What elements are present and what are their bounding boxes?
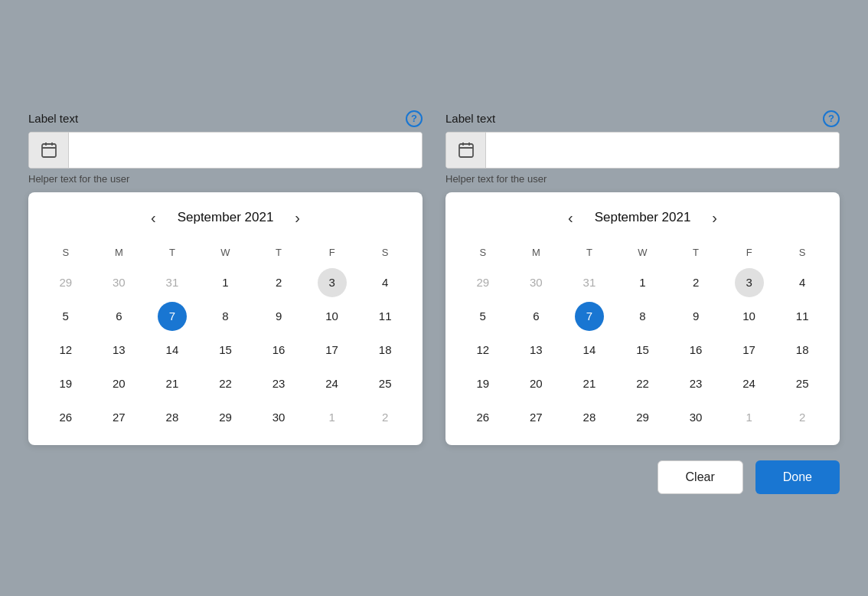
left-cell-28[interactable]: 28 [158, 403, 187, 432]
right-cell-26[interactable]: 26 [468, 403, 498, 432]
left-cell-3[interactable]: 3 [318, 268, 347, 297]
right-cell-16[interactable]: 16 [681, 336, 710, 365]
right-cell-2[interactable]: 2 [681, 268, 710, 297]
left-cell-21[interactable]: 21 [158, 369, 187, 398]
right-cell-4[interactable]: 4 [788, 268, 817, 297]
clear-button[interactable]: Clear [658, 460, 743, 494]
right-date-picker: Label text ? Helper text for the user [445, 110, 840, 445]
right-cell-27[interactable]: 27 [521, 403, 550, 432]
right-cell-9[interactable]: 9 [681, 302, 710, 331]
left-cell-26[interactable]: 26 [51, 403, 80, 432]
left-next-month-button[interactable]: › [289, 206, 306, 230]
left-cal-header: ‹ September 2021 › [39, 206, 412, 230]
right-cell-14[interactable]: 14 [575, 336, 604, 365]
left-cell-6[interactable]: 6 [104, 302, 133, 331]
left-date-input[interactable] [69, 133, 422, 168]
left-cell-7[interactable]: 7 [158, 302, 187, 331]
right-cell-1[interactable]: 1 [628, 268, 657, 297]
left-calendar-button[interactable] [29, 133, 69, 168]
right-cell-8[interactable]: 8 [628, 302, 657, 331]
right-cell-21[interactable]: 21 [575, 369, 604, 398]
right-calendar-icon [457, 141, 475, 159]
left-label: Label text [28, 112, 78, 125]
right-cell-22[interactable]: 22 [628, 369, 657, 398]
right-cell-17[interactable]: 17 [735, 336, 764, 365]
left-prev-month-button[interactable]: ‹ [145, 206, 162, 230]
right-cell-2-oct[interactable]: 2 [788, 403, 817, 432]
left-cell-14[interactable]: 14 [158, 336, 187, 365]
left-cell-2-oct[interactable]: 2 [370, 403, 400, 432]
left-calendar-panel: ‹ September 2021 › S M T W T F S 29 30 3 [28, 192, 423, 445]
right-cell-19[interactable]: 19 [468, 369, 498, 398]
right-next-month-button[interactable]: › [706, 206, 723, 230]
left-cell-29-sep[interactable]: 29 [210, 403, 240, 432]
left-day-header-t1: T [145, 242, 199, 266]
left-day-header-w: W [199, 242, 253, 266]
right-cell-24[interactable]: 24 [735, 369, 764, 398]
right-cell-30[interactable]: 30 [681, 403, 710, 432]
done-button[interactable]: Done [755, 460, 840, 494]
left-cell-1[interactable]: 1 [210, 268, 240, 297]
left-cell-16[interactable]: 16 [264, 336, 293, 365]
left-cell-4[interactable]: 4 [370, 268, 400, 297]
left-cell-8[interactable]: 8 [210, 302, 240, 331]
right-cell-31-aug[interactable]: 31 [575, 268, 604, 297]
right-cell-29-aug[interactable]: 29 [468, 268, 498, 297]
right-day-header-f: F [723, 242, 776, 266]
right-day-header-t1: T [563, 242, 616, 266]
right-cell-30-aug[interactable]: 30 [521, 268, 550, 297]
left-cell-31-aug[interactable]: 31 [158, 268, 187, 297]
left-help-icon[interactable]: ? [406, 110, 423, 127]
right-month-year: September 2021 [595, 210, 691, 225]
left-date-picker: Label text ? Helper text for the user [28, 110, 423, 445]
left-cell-12[interactable]: 12 [51, 336, 80, 365]
right-cell-11[interactable]: 11 [788, 302, 817, 331]
right-help-icon[interactable]: ? [823, 110, 840, 127]
left-cell-22[interactable]: 22 [210, 369, 240, 398]
left-cell-30[interactable]: 30 [264, 403, 293, 432]
right-day-header-s1: S [456, 242, 510, 266]
right-calendar-panel: ‹ September 2021 › S M T W T F S 29 30 3 [445, 192, 840, 445]
left-cell-9[interactable]: 9 [264, 302, 293, 331]
right-cell-1-oct[interactable]: 1 [735, 403, 764, 432]
left-cell-23[interactable]: 23 [264, 369, 293, 398]
right-date-input[interactable] [486, 133, 839, 168]
right-calendar-button[interactable] [446, 133, 486, 168]
right-cell-12[interactable]: 12 [468, 336, 498, 365]
right-cell-15[interactable]: 15 [628, 336, 657, 365]
left-day-header-s2: S [358, 242, 412, 266]
bottom-actions: Clear Done [28, 460, 840, 494]
left-cell-15[interactable]: 15 [210, 336, 240, 365]
left-cell-2[interactable]: 2 [264, 268, 293, 297]
svg-rect-0 [42, 144, 56, 157]
right-cell-5[interactable]: 5 [468, 302, 498, 331]
right-cell-23[interactable]: 23 [681, 369, 710, 398]
left-cell-1-oct[interactable]: 1 [318, 403, 347, 432]
right-cell-29-sep[interactable]: 29 [628, 403, 657, 432]
left-cell-30-aug[interactable]: 30 [104, 268, 133, 297]
left-cell-27[interactable]: 27 [104, 403, 133, 432]
right-cell-13[interactable]: 13 [521, 336, 550, 365]
left-cell-25[interactable]: 25 [370, 369, 400, 398]
right-cell-3[interactable]: 3 [735, 268, 764, 297]
left-cell-29-aug[interactable]: 29 [51, 268, 80, 297]
right-cell-6[interactable]: 6 [521, 302, 550, 331]
left-cell-19[interactable]: 19 [51, 369, 80, 398]
left-cell-18[interactable]: 18 [370, 336, 400, 365]
left-cell-10[interactable]: 10 [318, 302, 347, 331]
right-cell-10[interactable]: 10 [735, 302, 764, 331]
right-day-header-s2: S [775, 242, 829, 266]
left-cell-24[interactable]: 24 [318, 369, 347, 398]
right-cell-20[interactable]: 20 [521, 369, 550, 398]
right-prev-month-button[interactable]: ‹ [562, 206, 579, 230]
right-cell-18[interactable]: 18 [788, 336, 817, 365]
left-label-row: Label text ? [28, 110, 423, 127]
left-cell-5[interactable]: 5 [51, 302, 80, 331]
left-cell-20[interactable]: 20 [104, 369, 133, 398]
left-cell-17[interactable]: 17 [318, 336, 347, 365]
right-cell-7[interactable]: 7 [575, 302, 604, 331]
right-cell-25[interactable]: 25 [788, 369, 817, 398]
right-cell-28[interactable]: 28 [575, 403, 604, 432]
left-cell-13[interactable]: 13 [104, 336, 133, 365]
left-cell-11[interactable]: 11 [370, 302, 400, 331]
